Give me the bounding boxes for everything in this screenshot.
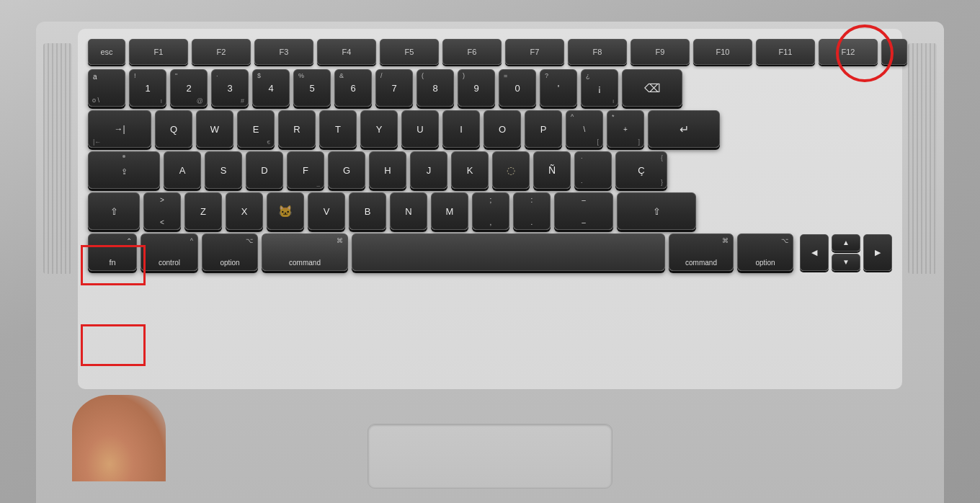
key-s[interactable]: S [205, 151, 242, 189]
key-4[interactable]: $ 4 [252, 69, 290, 107]
key-tab[interactable]: →| |← [88, 110, 151, 148]
key-2[interactable]: " 2 @ [170, 69, 208, 107]
key-p[interactable]: P [525, 110, 562, 148]
keyboard-photo: esc F1 F2 F3 F4 F5 F6 F7 F8 F9 F10 F11 F… [0, 0, 980, 503]
key-apostrophe[interactable]: ? ' [540, 69, 577, 107]
key-c[interactable]: 🐱 [267, 192, 304, 230]
key-t[interactable]: T [319, 110, 357, 148]
key-5[interactable]: % 5 [293, 69, 331, 107]
key-l[interactable]: ◌ [492, 151, 530, 189]
key-x[interactable]: X [226, 192, 263, 230]
key-semicolon[interactable]: · · [574, 151, 612, 189]
key-command-right[interactable]: ⌘ command [669, 233, 734, 271]
key-bracket-close[interactable]: * + ] [607, 110, 644, 148]
key-i[interactable]: I [442, 110, 480, 148]
key-m[interactable]: M [431, 192, 468, 230]
key-y[interactable]: Y [360, 110, 398, 148]
key-z[interactable]: Z [184, 192, 222, 230]
zxcv-row: ⇧ > < Z X 🐱 V B N M ; , : [88, 192, 892, 230]
key-grave[interactable]: a o \ [88, 69, 125, 107]
key-excl[interactable]: ¿ ¡ i [581, 69, 618, 107]
key-r[interactable]: R [278, 110, 316, 148]
asdf-row: ⇪ A S D F _ G H J K ◌ Ñ · · [88, 151, 892, 189]
key-shift-right[interactable]: ⇧ [617, 192, 696, 230]
key-dash[interactable]: – – [554, 192, 613, 230]
key-k[interactable]: K [451, 151, 489, 189]
bottom-row: ⌃ fn ^ control ⌥ option ⌘ command [88, 233, 892, 271]
key-enter[interactable]: ↵ [648, 110, 720, 148]
key-f2[interactable]: F2 [192, 39, 251, 65]
key-v[interactable]: V [308, 192, 345, 230]
key-arrow-down[interactable]: ▼ [832, 254, 860, 271]
arrow-cluster: ◀ ▲ ▼ ▶ [800, 233, 892, 271]
key-d[interactable]: D [246, 151, 283, 189]
key-f5[interactable]: F5 [380, 39, 439, 65]
key-c-cedilla[interactable]: Ç { } [615, 151, 667, 189]
key-g[interactable]: G [328, 151, 365, 189]
key-n-tilde[interactable]: Ñ [533, 151, 571, 189]
key-f[interactable]: F _ [287, 151, 324, 189]
key-power[interactable] [881, 39, 907, 65]
key-q[interactable]: Q [155, 110, 192, 148]
speaker-left [43, 43, 72, 274]
key-f7[interactable]: F7 [505, 39, 564, 65]
key-0[interactable]: = 0 [499, 69, 536, 107]
finger-overlay [72, 395, 166, 481]
key-f10[interactable]: F10 [693, 39, 752, 65]
key-3[interactable]: · 3 # [211, 69, 249, 107]
key-f4[interactable]: F4 [317, 39, 376, 65]
key-f3[interactable]: F3 [254, 39, 313, 65]
key-o[interactable]: O [484, 110, 521, 148]
key-b[interactable]: B [349, 192, 386, 230]
key-space[interactable] [352, 233, 665, 271]
qwerty-row: →| |← Q W E € R T Y U I O P ^ \ [ [88, 110, 892, 148]
fn-row: esc F1 F2 F3 F4 F5 F6 F7 F8 F9 F10 F11 F… [88, 39, 892, 65]
key-h[interactable]: H [369, 151, 406, 189]
key-n[interactable]: N [390, 192, 427, 230]
key-a[interactable]: A [164, 151, 201, 189]
key-bracket-open[interactable]: ^ \ [ [566, 110, 603, 148]
key-capslock[interactable]: ⇪ [88, 151, 160, 189]
key-comma-semi[interactable]: ; , [472, 192, 509, 230]
key-e[interactable]: E € [237, 110, 275, 148]
key-1[interactable]: ! 1 I [129, 69, 166, 107]
key-control[interactable]: ^ control [141, 233, 198, 271]
key-angle-bracket[interactable]: > < [143, 192, 181, 230]
key-6[interactable]: & 6 [334, 69, 372, 107]
key-9[interactable]: ) 9 [458, 69, 495, 107]
touchpad [368, 424, 612, 489]
key-fn[interactable]: ⌃ fn [88, 233, 137, 271]
number-row: a o \ ! 1 I " 2 @ · 3 # $ [88, 69, 892, 107]
key-command-left[interactable]: ⌘ command [262, 233, 348, 271]
key-period-colon[interactable]: : . [513, 192, 551, 230]
key-f8[interactable]: F8 [568, 39, 627, 65]
key-arrow-right[interactable]: ▶ [863, 234, 892, 271]
keyboard-container: esc F1 F2 F3 F4 F5 F6 F7 F8 F9 F10 F11 F… [78, 29, 902, 389]
speaker-right [908, 43, 937, 274]
key-f9[interactable]: F9 [631, 39, 690, 65]
key-esc[interactable]: esc [88, 39, 125, 65]
key-option-right[interactable]: ⌥ option [737, 233, 793, 271]
key-w[interactable]: W [196, 110, 233, 148]
key-backspace[interactable]: ⌫ [622, 69, 682, 107]
key-j[interactable]: J [410, 151, 447, 189]
key-arrow-left[interactable]: ◀ [800, 234, 829, 271]
key-f1[interactable]: F1 [129, 39, 188, 65]
key-option-left[interactable]: ⌥ option [202, 233, 258, 271]
key-8[interactable]: ( 8 [416, 69, 454, 107]
key-f12[interactable]: F12 [819, 39, 878, 65]
key-f11[interactable]: F11 [756, 39, 815, 65]
key-f6[interactable]: F6 [442, 39, 502, 65]
key-u[interactable]: U [401, 110, 439, 148]
key-7[interactable]: / 7 [375, 69, 413, 107]
key-shift-left[interactable]: ⇧ [88, 192, 140, 230]
key-arrow-up[interactable]: ▲ [832, 234, 860, 252]
